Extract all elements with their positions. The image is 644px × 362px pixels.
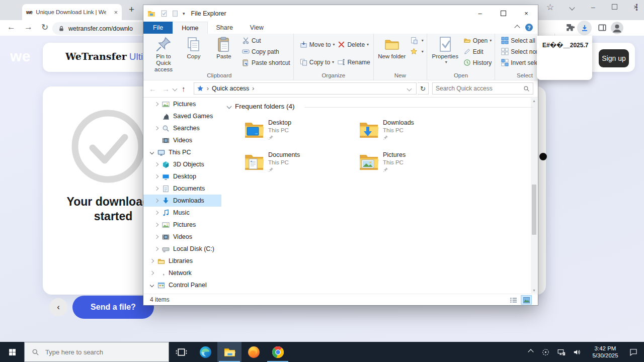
profile-avatar[interactable] bbox=[610, 21, 624, 35]
breadcrumb[interactable]: › Quick access › bbox=[194, 82, 417, 95]
new-item-button[interactable]: ▾ bbox=[410, 35, 424, 46]
extensions-icon[interactable] bbox=[566, 23, 575, 32]
frequent-folders-header[interactable]: Frequent folders (4) bbox=[227, 103, 295, 110]
folder-tile-desktop[interactable]: DesktopThis PC bbox=[244, 119, 359, 151]
downloaded-file-name[interactable]: E#��__2025.7 bbox=[542, 42, 588, 49]
details-view-icon[interactable] bbox=[508, 295, 519, 305]
collapsed-chevron-icon[interactable] bbox=[150, 259, 154, 263]
sidebar-item-this-pc[interactable]: This PC bbox=[143, 146, 221, 158]
chrome-button[interactable] bbox=[266, 342, 290, 362]
file-explorer-button[interactable] bbox=[217, 342, 242, 362]
sidebar-item-music[interactable]: Music bbox=[143, 207, 221, 219]
ribbon-tab-file[interactable]: File bbox=[143, 22, 173, 34]
browser-restore-button[interactable] bbox=[610, 3, 619, 11]
browser-back-icon[interactable]: ← bbox=[7, 22, 16, 32]
tab-search-chevron-icon[interactable] bbox=[568, 3, 577, 11]
thumbnail-view-icon[interactable] bbox=[521, 295, 532, 305]
sidebar-item-control-panel[interactable]: Control Panel bbox=[143, 279, 221, 291]
explorer-back-icon[interactable]: ← bbox=[149, 84, 156, 93]
browser-minimize-button[interactable]: – bbox=[589, 3, 598, 11]
network-icon[interactable] bbox=[557, 348, 566, 356]
sidebar-item-downloads[interactable]: Downloads bbox=[143, 195, 221, 207]
sidebar-item-videos[interactable]: Videos bbox=[143, 134, 221, 146]
explorer-titlebar[interactable]: ▾ File Explorer – × bbox=[143, 5, 538, 22]
browser-download-popup[interactable]: E#��__2025.7 bbox=[537, 36, 592, 80]
copy-button[interactable]: Copy bbox=[179, 35, 208, 60]
collapsed-chevron-icon[interactable] bbox=[154, 235, 158, 239]
expanded-chevron-icon[interactable] bbox=[150, 283, 154, 287]
back-circle-button[interactable]: ‹ bbox=[49, 298, 67, 316]
qat-newfolder-icon[interactable] bbox=[172, 10, 179, 17]
new-folder-button[interactable]: New folder bbox=[377, 35, 407, 60]
expanded-chevron-icon[interactable] bbox=[150, 150, 154, 154]
sidebar-item-videos[interactable]: Videos bbox=[143, 231, 221, 243]
address-dropdown-caret-icon[interactable] bbox=[407, 86, 412, 91]
recent-locations-caret-icon[interactable] bbox=[173, 86, 178, 92]
volume-icon[interactable] bbox=[573, 348, 581, 356]
firefox-button[interactable] bbox=[242, 342, 266, 362]
rename-button[interactable]: Rename bbox=[338, 57, 370, 67]
collapsed-chevron-icon[interactable] bbox=[154, 199, 158, 203]
ribbon-tab-share[interactable]: Share bbox=[208, 22, 242, 34]
browser-tab[interactable]: we Unique Download Link | WeTran × bbox=[22, 4, 122, 20]
easy-access-button[interactable]: ▾ bbox=[410, 46, 424, 57]
delete-button[interactable]: Delete▾ bbox=[338, 39, 370, 50]
taskbar-search[interactable] bbox=[24, 342, 169, 362]
task-view-button[interactable] bbox=[169, 342, 193, 362]
sidebar-item-local-disk-c-[interactable]: Local Disk (C:) bbox=[143, 243, 221, 255]
collapsed-chevron-icon[interactable] bbox=[154, 102, 158, 106]
folder-tile-downloads[interactable]: DownloadsThis PC bbox=[359, 119, 473, 151]
send-a-file-button[interactable]: Send a file? bbox=[72, 296, 154, 319]
explorer-minimize-button[interactable]: – bbox=[468, 5, 492, 22]
explorer-maximize-button[interactable] bbox=[492, 5, 515, 22]
edit-button[interactable]: Edit bbox=[463, 46, 492, 57]
collapsed-chevron-icon[interactable] bbox=[154, 223, 158, 227]
bookmark-star-icon[interactable]: ☆ bbox=[546, 2, 554, 13]
open-button[interactable]: Open▾ bbox=[463, 35, 492, 46]
collapsed-chevron-icon[interactable] bbox=[154, 162, 158, 166]
browser-reload-icon[interactable]: ↻ bbox=[41, 22, 48, 33]
copy-path-button[interactable]: Copy path bbox=[242, 46, 290, 57]
ribbon-tab-view[interactable]: View bbox=[242, 22, 272, 34]
signup-button[interactable]: Sign up bbox=[599, 49, 629, 67]
paste-shortcut-button[interactable]: Paste shortcut bbox=[242, 57, 290, 68]
properties-button[interactable]: Properties▾ bbox=[431, 35, 460, 64]
sidebar-item-desktop[interactable]: Desktop bbox=[143, 170, 221, 183]
folder-tile-documents[interactable]: DocumentsThis PC bbox=[244, 151, 359, 183]
sidebar-item-libraries[interactable]: Libraries bbox=[143, 255, 221, 267]
sidebar-item-pictures[interactable]: Pictures bbox=[143, 98, 221, 110]
folder-tile-pictures[interactable]: PicturesThis PC bbox=[359, 151, 473, 183]
action-center-icon[interactable] bbox=[629, 347, 638, 356]
edge-button[interactable] bbox=[193, 342, 217, 362]
explorer-forward-icon[interactable]: → bbox=[162, 84, 170, 93]
collapsed-chevron-icon[interactable] bbox=[150, 271, 154, 275]
cut-button[interactable]: Cut bbox=[242, 35, 290, 46]
browser-forward-icon[interactable]: → bbox=[24, 22, 33, 32]
taskbar-search-input[interactable] bbox=[44, 348, 169, 356]
collapsed-chevron-icon[interactable] bbox=[154, 174, 158, 178]
side-panel-icon[interactable] bbox=[598, 23, 607, 32]
section-collapse-icon[interactable] bbox=[227, 104, 232, 109]
sidebar-item-network[interactable]: Network bbox=[143, 267, 221, 279]
help-icon[interactable]: ? bbox=[525, 24, 533, 31]
collapsed-chevron-icon[interactable] bbox=[154, 187, 158, 191]
tray-expand-icon[interactable] bbox=[528, 349, 533, 354]
sidebar-item-saved-games[interactable]: Saved Games bbox=[143, 110, 221, 122]
collapsed-chevron-icon[interactable] bbox=[154, 211, 158, 215]
explorer-close-button[interactable]: × bbox=[515, 5, 538, 22]
sidebar-item-3d-objects[interactable]: 3D Objects bbox=[143, 158, 221, 170]
explorer-search[interactable] bbox=[432, 82, 533, 95]
qat-customize-caret-icon[interactable]: ▾ bbox=[183, 11, 185, 16]
collapsed-chevron-icon[interactable] bbox=[154, 247, 158, 251]
qat-properties-icon[interactable] bbox=[160, 10, 168, 17]
taskbar-clock[interactable]: 3:42 PM 5/30/2025 bbox=[590, 345, 621, 359]
sidebar-item-pictures[interactable]: Pictures bbox=[143, 219, 221, 231]
collapsed-chevron-icon[interactable] bbox=[154, 126, 158, 130]
explorer-search-input[interactable] bbox=[433, 85, 523, 92]
downloads-toolbar-icon[interactable] bbox=[577, 21, 592, 35]
start-button[interactable] bbox=[0, 342, 24, 362]
refresh-icon[interactable]: ↻ bbox=[418, 82, 429, 95]
paste-button[interactable]: Paste bbox=[209, 35, 238, 60]
new-tab-button[interactable]: + bbox=[129, 4, 134, 15]
copy-to-button[interactable]: Copy to▾ bbox=[300, 57, 335, 67]
